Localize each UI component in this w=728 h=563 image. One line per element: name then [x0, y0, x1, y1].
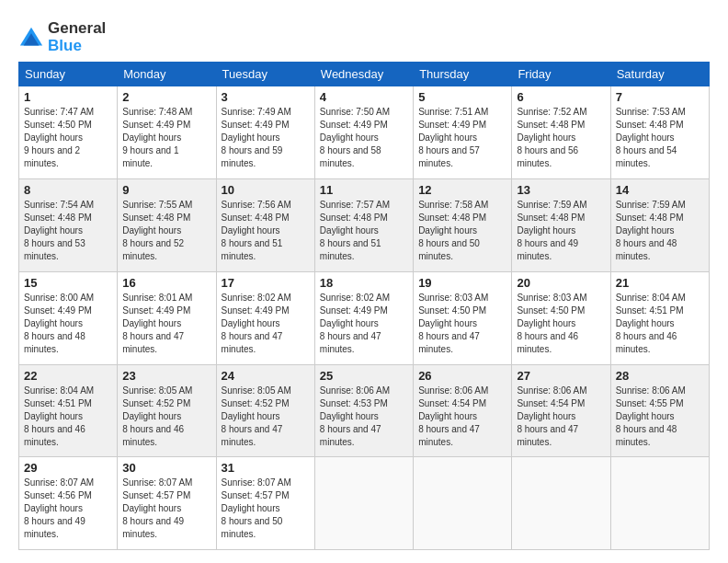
calendar-cell: 30Sunrise: 8:07 AMSunset: 4:57 PMDayligh…	[118, 457, 216, 550]
day-info: Sunrise: 8:02 AMSunset: 4:49 PMDaylight …	[320, 292, 408, 356]
day-number: 19	[418, 276, 506, 290]
day-number: 8	[24, 183, 112, 197]
calendar-cell: 11Sunrise: 7:57 AMSunset: 4:48 PMDayligh…	[314, 179, 413, 272]
day-info: Sunrise: 8:06 AMSunset: 4:55 PMDaylight …	[616, 385, 704, 449]
day-info: Sunrise: 7:52 AMSunset: 4:48 PMDaylight …	[517, 106, 605, 170]
calendar-cell: 20Sunrise: 8:03 AMSunset: 4:50 PMDayligh…	[512, 271, 610, 364]
day-number: 31	[222, 461, 310, 475]
calendar-cell: 27Sunrise: 8:06 AMSunset: 4:54 PMDayligh…	[512, 364, 610, 457]
day-info: Sunrise: 7:57 AMSunset: 4:48 PMDaylight …	[320, 199, 408, 263]
day-number: 20	[517, 276, 605, 290]
calendar-cell: 23Sunrise: 8:05 AMSunset: 4:52 PMDayligh…	[118, 364, 216, 457]
calendar-cell: 7Sunrise: 7:53 AMSunset: 4:48 PMDaylight…	[610, 86, 709, 179]
calendar-cell: 19Sunrise: 8:03 AMSunset: 4:50 PMDayligh…	[414, 271, 512, 364]
calendar-cell: 2Sunrise: 7:48 AMSunset: 4:49 PMDaylight…	[118, 86, 216, 179]
day-info: Sunrise: 7:50 AMSunset: 4:49 PMDaylight …	[320, 106, 408, 170]
calendar-cell: 28Sunrise: 8:06 AMSunset: 4:55 PMDayligh…	[610, 364, 709, 457]
day-number: 28	[616, 369, 704, 383]
day-info: Sunrise: 8:04 AMSunset: 4:51 PMDaylight …	[24, 385, 112, 449]
calendar-cell: 16Sunrise: 8:01 AMSunset: 4:49 PMDayligh…	[118, 271, 216, 364]
weekday-header-thursday: Thursday	[414, 63, 512, 86]
calendar-cell	[610, 457, 709, 550]
day-number: 22	[24, 369, 112, 383]
day-number: 9	[122, 183, 210, 197]
calendar-cell: 5Sunrise: 7:51 AMSunset: 4:49 PMDaylight…	[414, 86, 512, 179]
calendar-cell: 10Sunrise: 7:56 AMSunset: 4:48 PMDayligh…	[216, 179, 314, 272]
day-number: 23	[122, 369, 210, 383]
calendar-cell: 21Sunrise: 8:04 AMSunset: 4:51 PMDayligh…	[610, 271, 709, 364]
day-number: 13	[517, 183, 605, 197]
day-number: 11	[320, 183, 408, 197]
calendar-cell: 17Sunrise: 8:02 AMSunset: 4:49 PMDayligh…	[216, 271, 314, 364]
day-info: Sunrise: 8:06 AMSunset: 4:54 PMDaylight …	[517, 385, 605, 449]
calendar-cell: 4Sunrise: 7:50 AMSunset: 4:49 PMDaylight…	[314, 86, 413, 179]
week-row-4: 22Sunrise: 8:04 AMSunset: 4:51 PMDayligh…	[19, 364, 710, 457]
day-number: 12	[418, 183, 506, 197]
day-info: Sunrise: 8:03 AMSunset: 4:50 PMDaylight …	[418, 292, 506, 356]
day-info: Sunrise: 8:05 AMSunset: 4:52 PMDaylight …	[122, 385, 210, 449]
header: General Blue	[18, 17, 710, 54]
day-number: 7	[616, 90, 704, 104]
calendar-page: General Blue SundayMondayTuesdayWednesda…	[0, 0, 728, 563]
day-info: Sunrise: 7:54 AMSunset: 4:48 PMDaylight …	[24, 199, 112, 263]
weekday-header-saturday: Saturday	[610, 63, 709, 86]
day-info: Sunrise: 7:51 AMSunset: 4:49 PMDaylight …	[418, 106, 506, 170]
calendar-cell: 31Sunrise: 8:07 AMSunset: 4:57 PMDayligh…	[216, 457, 314, 550]
calendar-cell	[414, 457, 512, 550]
day-info: Sunrise: 7:59 AMSunset: 4:48 PMDaylight …	[517, 199, 605, 263]
day-number: 24	[222, 369, 310, 383]
calendar-cell: 13Sunrise: 7:59 AMSunset: 4:48 PMDayligh…	[512, 179, 610, 272]
weekday-header-row: SundayMondayTuesdayWednesdayThursdayFrid…	[19, 63, 710, 86]
day-info: Sunrise: 8:03 AMSunset: 4:50 PMDaylight …	[517, 292, 605, 356]
calendar-cell: 1Sunrise: 7:47 AMSunset: 4:50 PMDaylight…	[19, 86, 118, 179]
calendar-cell: 29Sunrise: 8:07 AMSunset: 4:56 PMDayligh…	[19, 457, 118, 550]
calendar-cell: 8Sunrise: 7:54 AMSunset: 4:48 PMDaylight…	[19, 179, 118, 272]
calendar-cell: 25Sunrise: 8:06 AMSunset: 4:53 PMDayligh…	[314, 364, 413, 457]
weekday-header-sunday: Sunday	[19, 63, 118, 86]
weekday-header-friday: Friday	[512, 63, 610, 86]
day-number: 5	[418, 90, 506, 104]
day-info: Sunrise: 8:00 AMSunset: 4:49 PMDaylight …	[24, 292, 112, 356]
day-info: Sunrise: 8:06 AMSunset: 4:53 PMDaylight …	[320, 385, 408, 449]
day-info: Sunrise: 7:53 AMSunset: 4:48 PMDaylight …	[616, 106, 704, 170]
day-info: Sunrise: 7:59 AMSunset: 4:48 PMDaylight …	[616, 199, 704, 263]
calendar-table: SundayMondayTuesdayWednesdayThursdayFrid…	[18, 62, 710, 550]
calendar-cell: 18Sunrise: 8:02 AMSunset: 4:49 PMDayligh…	[314, 271, 413, 364]
day-info: Sunrise: 7:55 AMSunset: 4:48 PMDaylight …	[122, 199, 210, 263]
day-number: 27	[517, 369, 605, 383]
day-info: Sunrise: 7:58 AMSunset: 4:48 PMDaylight …	[418, 199, 506, 263]
day-number: 26	[418, 369, 506, 383]
day-number: 17	[222, 276, 310, 290]
logo: General Blue	[18, 20, 106, 54]
calendar-cell: 9Sunrise: 7:55 AMSunset: 4:48 PMDaylight…	[118, 179, 216, 272]
day-info: Sunrise: 8:02 AMSunset: 4:49 PMDaylight …	[222, 292, 310, 356]
day-number: 21	[616, 276, 704, 290]
day-info: Sunrise: 8:07 AMSunset: 4:56 PMDaylight …	[24, 477, 112, 541]
day-info: Sunrise: 8:04 AMSunset: 4:51 PMDaylight …	[616, 292, 704, 356]
logo-icon	[18, 25, 44, 51]
week-row-2: 8Sunrise: 7:54 AMSunset: 4:48 PMDaylight…	[19, 179, 710, 272]
day-info: Sunrise: 8:01 AMSunset: 4:49 PMDaylight …	[122, 292, 210, 356]
day-number: 6	[517, 90, 605, 104]
day-number: 2	[122, 90, 210, 104]
day-number: 1	[24, 90, 112, 104]
calendar-cell	[512, 457, 610, 550]
calendar-cell	[314, 457, 413, 550]
day-info: Sunrise: 8:06 AMSunset: 4:54 PMDaylight …	[418, 385, 506, 449]
calendar-cell: 14Sunrise: 7:59 AMSunset: 4:48 PMDayligh…	[610, 179, 709, 272]
week-row-1: 1Sunrise: 7:47 AMSunset: 4:50 PMDaylight…	[19, 86, 710, 179]
day-info: Sunrise: 8:07 AMSunset: 4:57 PMDaylight …	[122, 477, 210, 541]
weekday-header-tuesday: Tuesday	[216, 63, 314, 86]
day-number: 14	[616, 183, 704, 197]
day-info: Sunrise: 8:07 AMSunset: 4:57 PMDaylight …	[222, 477, 310, 541]
day-info: Sunrise: 7:48 AMSunset: 4:49 PMDaylight …	[122, 106, 210, 170]
day-number: 15	[24, 276, 112, 290]
day-number: 3	[222, 90, 310, 104]
weekday-header-monday: Monday	[118, 63, 216, 86]
day-info: Sunrise: 7:47 AMSunset: 4:50 PMDaylight …	[24, 106, 112, 170]
week-row-5: 29Sunrise: 8:07 AMSunset: 4:56 PMDayligh…	[19, 457, 710, 550]
day-number: 30	[122, 461, 210, 475]
day-number: 18	[320, 276, 408, 290]
day-info: Sunrise: 8:05 AMSunset: 4:52 PMDaylight …	[222, 385, 310, 449]
day-number: 4	[320, 90, 408, 104]
